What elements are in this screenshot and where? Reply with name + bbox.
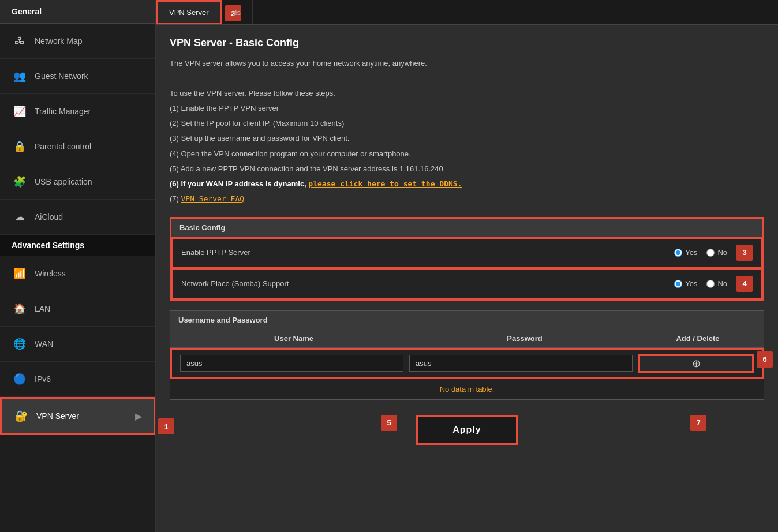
sidebar-item-label: Guest Network [35,72,88,81]
ddns-link[interactable]: please click here to set the DDNS. [308,179,462,188]
sidebar-item-label: Network Map [35,36,82,46]
sidebar-item-label: WAN [35,339,53,349]
general-section-label: General [0,0,155,24]
sidebar-item-label: Wireless [35,269,66,278]
samba-controls: Yes No [674,279,727,288]
sidebar-item-label: LAN [35,304,50,313]
samba-label: Network Place (Samba) Support [181,279,674,288]
user-table-header: Username and Password [170,311,764,329]
samba-row: Network Place (Samba) Support Yes No 4 [171,268,762,299]
yes-label: Yes [685,279,697,288]
wireless-icon: 📶 [12,265,28,282]
sidebar-item-aicloud[interactable]: ☁ AiCloud [0,200,155,235]
wan-icon: 🌐 [12,336,28,352]
desc-line-6: (3) Set up the username and password for… [170,132,764,145]
advanced-section-label: Advanced Settings [0,235,155,256]
tab-label: VPN Server [169,8,209,17]
apply-button[interactable]: Apply [416,415,517,445]
description-block: The VPN server allows you to access your… [170,57,764,205]
enable-pptp-yes-radio[interactable] [674,249,682,257]
username-input[interactable] [180,355,403,372]
desc-line-3: To use the VPN server. Please follow the… [170,87,764,100]
password-input[interactable] [409,355,633,372]
no-label: No [717,279,727,288]
sidebar-item-wireless[interactable]: 📶 Wireless [0,256,155,291]
col-header-password: Password [409,334,640,343]
annotation-badge-5: 5 [381,415,397,431]
enable-pptp-yes-option[interactable]: Yes [674,248,697,257]
no-data-text: No data in table. [440,385,495,394]
table-column-headers: User Name Password Add / Delete [170,329,764,348]
basic-config-header: Basic Config [171,219,762,237]
sidebar-item-lan[interactable]: 🏠 LAN [0,291,155,327]
tab-details[interactable]: ils [222,0,253,24]
add-icon: ⊕ [692,357,701,370]
yes-label: Yes [685,248,697,257]
guest-network-icon: 👥 [12,68,28,84]
tab-vpn-server[interactable]: VPN Server 2 [156,0,222,24]
content-body: VPN Server - Basic Config The VPN server… [156,25,778,532]
sidebar-arrow-icon: ▶ [135,411,142,422]
sidebar-item-wan[interactable]: 🌐 WAN [0,327,155,362]
sidebar: General 🖧 Network Map 👥 Guest Network 📈 … [0,0,156,532]
enable-pptp-label: Enable PPTP Server [181,248,674,257]
sidebar-item-traffic-manager[interactable]: 📈 Traffic Manager [0,94,155,129]
sidebar-item-label: IPv6 [35,374,51,384]
samba-yes-option[interactable]: Yes [674,279,697,288]
col-header-username: User Name [178,334,409,343]
desc-line-4: (1) Enable the PPTP VPN server [170,102,764,115]
samba-no-radio[interactable] [706,280,715,288]
basic-config-section: Basic Config Enable PPTP Server Yes No [170,217,764,301]
sidebar-item-network-map[interactable]: 🖧 Network Map [0,24,155,59]
sidebar-item-label: Parental control [35,142,91,151]
sidebar-item-ipv6[interactable]: 🔵 IPv6 [0,362,155,397]
samba-no-option[interactable]: No [706,279,727,288]
enable-pptp-row: Enable PPTP Server Yes No 3 [171,237,762,268]
desc-line-2 [170,72,764,85]
desc-line-7: (4) Open the VPN connection program on y… [170,148,764,160]
ipv6-icon: 🔵 [12,371,28,387]
desc-line-9: (6) If your WAN IP address is dynamic, p… [170,178,764,190]
annotation-badge-3: 3 [736,245,753,261]
desc-line-8: (5) Add a new PPTP VPN connection and th… [170,163,764,175]
annotation-badge-4: 4 [736,276,753,292]
content-area: VPN Server 2 ils VPN Server - Basic Conf… [156,0,778,532]
enable-pptp-no-option[interactable]: No [706,248,727,257]
col-header-action: Add / Delete [640,334,755,343]
sidebar-item-parental-control[interactable]: 🔒 Parental control [0,129,155,164]
sidebar-item-vpn-server[interactable]: 🔐 VPN Server ▶ 1 [0,397,155,435]
traffic-manager-icon: 📈 [12,103,28,119]
annotation-badge-7: 7 [690,415,706,431]
tab-label: ils [234,8,241,17]
faq-link[interactable]: VPN Server FAQ [181,194,245,203]
sidebar-item-label: Traffic Manager [35,107,91,116]
user-table-section: Username and Password User Name Password… [170,310,764,400]
sidebar-item-label: AiCloud [35,212,63,222]
lan-icon: 🏠 [12,301,28,317]
sidebar-item-label: VPN Server [36,411,79,421]
desc-line-1: The VPN server allows you to access your… [170,57,764,70]
sidebar-item-guest-network[interactable]: 👥 Guest Network [0,59,155,94]
page-title: VPN Server - Basic Config [170,37,764,49]
vpn-server-icon: 🔐 [13,408,29,424]
sidebar-item-usb-application[interactable]: 🧩 USB application [0,164,155,200]
desc-line-10: (7) VPN Server FAQ [170,193,764,205]
network-map-icon: 🖧 [12,33,28,49]
usb-application-icon: 🧩 [12,174,28,190]
sidebar-item-label: USB application [35,177,92,186]
no-label: No [717,248,727,257]
table-input-row: ⊕ 6 [170,348,764,379]
aicloud-icon: ☁ [12,209,28,225]
annotation-badge-1: 1 [158,418,174,434]
tab-bar: VPN Server 2 ils [156,0,778,25]
no-data-row: No data in table. [170,379,764,399]
apply-btn-row: Apply 5 7 [170,409,764,456]
samba-yes-radio[interactable] [674,280,682,288]
add-button[interactable]: ⊕ 6 [638,354,754,373]
main-layout: General 🖧 Network Map 👥 Guest Network 📈 … [0,0,778,532]
desc-line-5: (2) Set the IP pool for client IP. (Maxi… [170,117,764,130]
enable-pptp-controls: Yes No [674,248,727,257]
annotation-badge-6: 6 [757,351,773,368]
enable-pptp-no-radio[interactable] [706,249,715,257]
parental-control-icon: 🔒 [12,138,28,155]
